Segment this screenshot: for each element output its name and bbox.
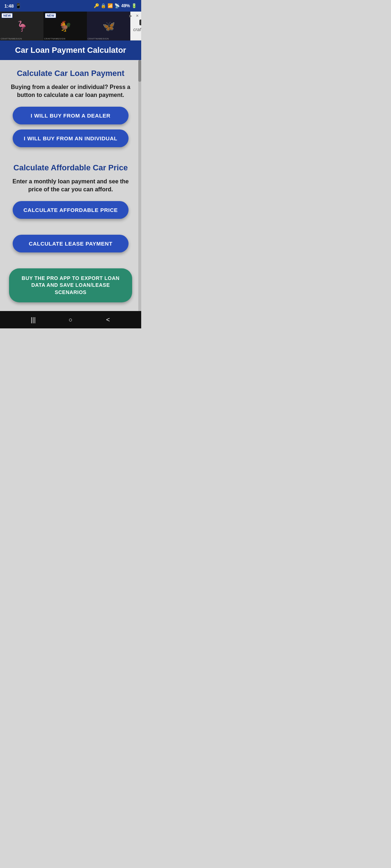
wifi-icon: 📶 [108,3,113,8]
section1-title: Calculate Car Loan Payment [17,69,124,78]
neon-art-2: 🐓 [59,20,72,32]
menu-button[interactable]: ||| [26,312,41,327]
new-badge-1: NEW [1,13,13,18]
scrollbar-thumb[interactable] [138,60,141,82]
ad-image-1: NEW 🦩 CRAFTNAMESIGN [0,12,43,41]
divider-1 [7,152,134,159]
section2-title: Calculate Affordable Car Price [13,163,128,173]
section1-description: Buying from a dealer or individual? Pres… [7,83,134,99]
ad-image-3: 🦋 CRAFTNAMESIGN [87,12,130,41]
status-bar: 1:48 📱 🔑 🔒 📶 📡 49% 🔋 [0,0,141,12]
buy-from-individual-button[interactable]: I WILL BUY FROM AN INDIVIDUAL [13,129,129,147]
divider-3 [7,258,134,265]
ad-close-icon[interactable]: ✕ [135,13,140,18]
ad-image-2: NEW 🐓 CRAFTNAMESIGN [43,12,87,41]
status-right: 🔑 🔒 📶 📡 49% 🔋 [94,3,137,8]
status-left: 1:48 📱 [4,3,21,9]
section2-description: Enter a monthly loan payment and see the… [7,178,134,194]
ad-images: NEW 🦩 CRAFTNAMESIGN NEW 🐓 CRAFTNAMESIGN … [0,12,130,40]
craft-label-2: CRAFTNAMESIGN [44,38,66,40]
buy-pro-app-button[interactable]: BUY THE PRO APP TO EXPORT LOAN DATA AND … [9,268,132,303]
new-badge-2: NEW [45,13,56,18]
main-content: Calculate Car Loan Payment Buying from a… [0,60,141,311]
scrollbar[interactable] [138,60,141,311]
neon-art-1: 🦩 [16,20,28,32]
key-icon: 🔑 [94,3,99,8]
calculate-affordable-price-button[interactable]: CALCULATE AFFORDABLE PRICE [13,201,129,219]
home-button[interactable]: ○ [63,312,78,327]
ad-arrow-icon[interactable]: ▶ [128,13,133,18]
calculate-lease-payment-button[interactable]: CALCULATE LEASE PAYMENT [13,235,129,252]
ad-close-area[interactable]: ▶ ✕ [128,13,140,18]
ad-text-side: Test Ad craftnamesign [130,20,141,32]
phone-icon: 📱 [15,3,21,9]
section2-container: Calculate Affordable Car Price Enter a m… [7,163,134,224]
scroll-area: Calculate Car Loan Payment Buying from a… [0,60,141,311]
craft-label-3: CRAFTNAMESIGN [88,38,109,40]
time-display: 1:48 [4,3,14,9]
bottom-nav: ||| ○ < [0,311,141,328]
app-header: Car Loan Payment Calculator [0,41,141,60]
buy-from-dealer-button[interactable]: I WILL BUY FROM A DEALER [13,107,129,124]
craft-label-1: CRAFTNAMESIGN [1,38,22,40]
lock-icon: 🔒 [101,3,106,8]
back-button[interactable]: < [101,312,115,327]
test-ad-label: Test Ad [139,20,141,25]
craft-brand-name: craftnamesign [133,27,141,32]
ad-banner[interactable]: NEW 🦩 CRAFTNAMESIGN NEW 🐓 CRAFTNAMESIGN … [0,12,141,41]
neon-art-3: 🦋 [102,20,115,32]
battery-icon: 🔋 [131,3,137,8]
battery-display: 49% [121,3,130,8]
divider-2 [7,224,134,231]
app-title: Car Loan Payment Calculator [6,46,135,55]
signal-icon: 📡 [114,3,120,8]
